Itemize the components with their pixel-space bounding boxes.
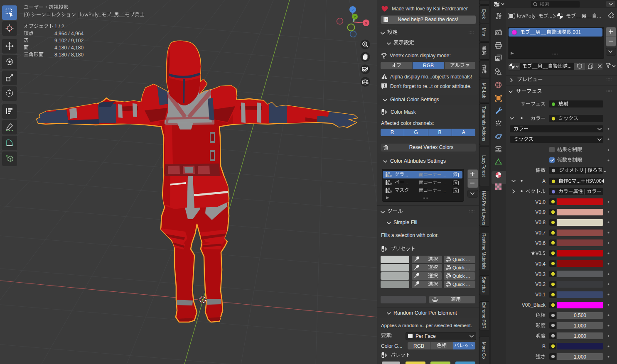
svg-text:X: X xyxy=(365,21,367,25)
svg-text:?: ? xyxy=(386,18,387,22)
svg-text:Y: Y xyxy=(354,15,356,19)
svg-text:Z: Z xyxy=(352,8,354,12)
